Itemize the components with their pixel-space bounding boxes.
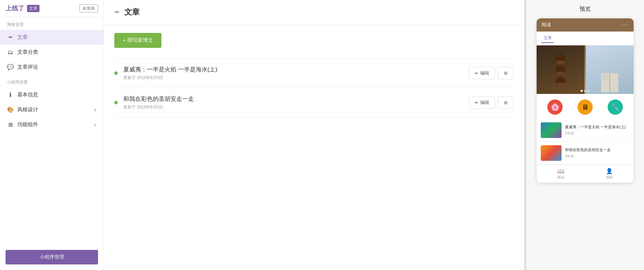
mini-program-btn[interactable]: 小程序管理 (6, 250, 98, 264)
chevron-down-icon: ∨ (94, 107, 97, 112)
sidebar: 上线了 文章 未发布 博客管理 ✒ 文章 🗂 文章分类 💬 文章评论 小程序设置… (0, 0, 104, 270)
feather-icon: ✒ (114, 8, 120, 16)
tab-articles[interactable]: 文章 (541, 34, 554, 43)
edit-icon: ✏ (475, 71, 478, 76)
brand-name: 上线了 (6, 4, 24, 12)
svg-rect-3 (602, 77, 609, 77)
preview-panel: 预览 阅读 ··· 文章 (526, 0, 644, 270)
sidebar-item-label: 文章评论 (17, 64, 97, 70)
banner-dots (581, 90, 590, 92)
article-actions: ✏ 编辑 ⚙ (469, 67, 514, 79)
bottom-label-mine: 我的 (606, 175, 613, 180)
article-title: 夏威夷：一半是火焰 一半是海水(上) (123, 66, 463, 73)
gear-icon: ⚙ (504, 71, 508, 76)
article-thumbnail (541, 122, 562, 138)
sidebar-item-comments[interactable]: 💬 文章评论 (0, 60, 104, 75)
street-thumb (541, 145, 562, 161)
mini-section-label: 小程序设置 (0, 75, 104, 87)
edit-label: 编辑 (480, 99, 489, 106)
main-header: ✒ 文章 (104, 0, 524, 25)
sidebar-item-basic-info[interactable]: ℹ 基本信息 (0, 87, 104, 102)
phone-banner (537, 45, 634, 94)
settings-button[interactable]: ⚙ (498, 67, 514, 79)
sidebar-item-articles[interactable]: ✒ 文章 (0, 30, 104, 45)
article-date: 更新于 2019年6月5日 (123, 104, 463, 110)
brand-badge: 文章 (27, 5, 39, 12)
phone-bottom-bar: 📖 阅读 👤 我的 (537, 165, 634, 183)
user-icon: 👤 (606, 168, 613, 174)
sidebar-item-label: 文章 (17, 34, 97, 41)
phone-banner-content (537, 45, 634, 94)
banner-right (586, 45, 634, 94)
page-title: 文章 (124, 7, 140, 17)
edit-button[interactable]: ✏ 编辑 (469, 67, 495, 79)
phone-icon-item: 🔧 (608, 99, 623, 115)
article-list: 夏威夷：一半是火焰 一半是海水(上) 更新于 2019年6月5日 ✏ 编辑 ⚙ (114, 58, 514, 117)
book-svg (599, 70, 620, 94)
hawaii-thumb (541, 122, 562, 138)
blog-section-label: 博客管理 (0, 17, 104, 30)
comments-icon: 💬 (7, 64, 14, 70)
table-row: 和我在彩色的圣胡安走一走 更新于 2019年6月5日 ✏ 编辑 ⚙ (114, 88, 514, 117)
read-icon: 📖 (557, 168, 564, 174)
table-row: 夏威夷：一半是火焰 一半是海水(上) 更新于 2019年6月5日 ✏ 编辑 ⚙ (114, 58, 514, 88)
write-new-post-button[interactable]: + 撰写新博文 (114, 33, 161, 48)
basic-info-icon: ℹ (7, 92, 14, 98)
edit-button[interactable]: ✏ 编辑 (469, 96, 495, 109)
sidebar-header: 上线了 文章 未发布 (0, 0, 104, 17)
phone-tab-bar: 文章 (537, 32, 634, 45)
preview-title: 预览 (526, 0, 644, 18)
phone-article-time: 2年前 (565, 131, 629, 136)
status-dot (114, 71, 118, 75)
banner-dot (584, 90, 586, 92)
chevron-down-icon: ∨ (94, 122, 97, 127)
articles-icon: ✒ (7, 34, 14, 41)
phone-article-title: 夏威夷：一半是火焰 一半是海水(上) (565, 124, 629, 130)
list-item: 和我在彩色的圣胡安走一走 3年前 (537, 142, 634, 165)
tools-icon[interactable]: 🔧 (608, 99, 623, 115)
flower-icon[interactable]: 🌸 (547, 99, 563, 115)
style-icon: 🎨 (7, 106, 14, 113)
list-item: 夏威夷：一半是火焰 一半是海水(上) 2年前 (537, 119, 634, 142)
article-info: 夏威夷：一半是火焰 一半是海水(上) 更新于 2019年6月5日 (123, 66, 463, 81)
sidebar-item-label: 文章分类 (17, 49, 97, 55)
settings-button[interactable]: ⚙ (498, 96, 514, 109)
phone-article-info: 夏威夷：一半是火焰 一半是海水(上) 2年前 (565, 124, 629, 136)
phone-article-info: 和我在彩色的圣胡安走一走 3年前 (565, 147, 629, 158)
bottom-item-mine[interactable]: 👤 我的 (585, 168, 634, 180)
article-date: 更新于 2019年6月5日 (123, 75, 463, 81)
screen-icon[interactable]: 🖥 (577, 99, 593, 115)
sidebar-item-components[interactable]: ⊞ 功能组件 ∨ (0, 117, 104, 132)
sidebar-footer: 小程序管理 (0, 244, 104, 270)
status-badge: 未发布 (79, 5, 98, 12)
phone-article-title: 和我在彩色的圣胡安走一走 (565, 147, 629, 153)
main-content: ✒ 文章 + 撰写新博文 夏威夷：一半是火焰 一半是海水(上) 更新于 2019… (104, 0, 524, 270)
edit-icon: ✏ (475, 100, 478, 105)
phone-icon-item: 🌸 (547, 99, 563, 115)
article-thumbnail (541, 145, 562, 161)
phone-icons-row: 🌸 🖥 🔧 (537, 94, 634, 119)
sidebar-item-label: 风格设计 (17, 106, 90, 113)
muffin-icon (556, 66, 565, 74)
phone-article-list: 夏威夷：一半是火焰 一半是海水(上) 2年前 和我在彩色的圣胡安走一走 3年前 (537, 119, 634, 165)
phone-mockup: 阅读 ··· 文章 (537, 18, 634, 183)
article-info: 和我在彩色的圣胡安走一走 更新于 2019年6月5日 (123, 95, 463, 110)
banner-dot-active (581, 90, 583, 92)
phone-header: 阅读 ··· (537, 18, 634, 32)
article-actions: ✏ 编辑 ⚙ (469, 96, 514, 109)
banner-dot (588, 90, 590, 92)
sidebar-item-label: 功能组件 (17, 121, 90, 128)
article-title: 和我在彩色的圣胡安走一走 (123, 95, 463, 103)
components-icon: ⊞ (7, 121, 14, 128)
edit-label: 编辑 (480, 70, 489, 76)
categories-icon: 🗂 (7, 49, 14, 55)
svg-rect-2 (602, 75, 609, 75)
sidebar-item-categories[interactable]: 🗂 文章分类 (0, 45, 104, 60)
phone-menu-dots: ··· (622, 22, 629, 28)
muffin-icon (556, 54, 565, 63)
phone-icon-item: 🖥 (577, 99, 593, 115)
sidebar-item-style[interactable]: 🎨 风格设计 ∨ (0, 102, 104, 117)
bottom-item-read[interactable]: 📖 阅读 (537, 168, 585, 180)
main-body: + 撰写新博文 夏威夷：一半是火焰 一半是海水(上) 更新于 2019年6月5日… (104, 25, 524, 270)
status-dot (114, 101, 118, 104)
